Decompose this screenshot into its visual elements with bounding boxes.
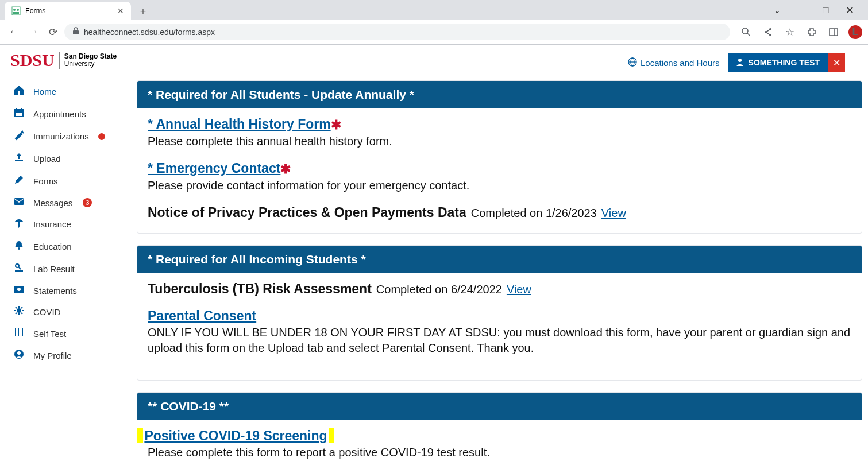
badge-count: 3 bbox=[83, 198, 92, 207]
view-link[interactable]: View bbox=[601, 207, 626, 220]
profile-icon bbox=[13, 349, 25, 362]
svg-rect-10 bbox=[830, 29, 838, 36]
svg-rect-22 bbox=[15, 270, 23, 272]
locations-hours-link[interactable]: Locations and Hours bbox=[628, 57, 720, 68]
svg-rect-16 bbox=[16, 113, 22, 116]
svg-point-1 bbox=[13, 9, 16, 11]
maximize-icon[interactable]: ☐ bbox=[819, 6, 832, 15]
sidebar-item-label: Education bbox=[33, 242, 72, 251]
required-star-icon: ✱ bbox=[280, 162, 291, 176]
microscope-icon bbox=[13, 262, 25, 276]
window-controls: ⌄ — ☐ ✕ bbox=[770, 0, 868, 20]
site-logo[interactable]: SDSU San Diego StateUniversity bbox=[10, 49, 132, 76]
extensions-icon[interactable] bbox=[805, 25, 819, 39]
svg-point-9 bbox=[769, 34, 771, 36]
sidebar-item-insurance[interactable]: Insurance bbox=[10, 213, 132, 235]
chevron-down-icon[interactable]: ⌄ bbox=[770, 6, 784, 15]
sidebar-item-home[interactable]: Home bbox=[10, 80, 132, 103]
sidebar-item-my-profile[interactable]: My Profile bbox=[10, 344, 132, 367]
close-window-icon[interactable]: ✕ bbox=[843, 4, 857, 17]
user-menu-label: SOMETHING TEST bbox=[749, 58, 820, 67]
parental-consent-link[interactable]: Parental Consent bbox=[148, 308, 256, 323]
svg-rect-41 bbox=[24, 328, 24, 336]
svg-rect-14 bbox=[16, 108, 17, 110]
sidebar-item-label: My Profile bbox=[33, 351, 72, 360]
svg-rect-39 bbox=[21, 328, 21, 336]
logout-button[interactable]: ✕ bbox=[828, 53, 845, 72]
sidebar-item-label: Upload bbox=[33, 154, 61, 164]
locations-hours-label: Locations and Hours bbox=[641, 58, 720, 68]
share-icon[interactable] bbox=[761, 25, 775, 39]
svg-point-43 bbox=[17, 351, 21, 355]
form-description: ONLY IF YOU WILL BE UNDER 18 ON YOUR FIR… bbox=[148, 325, 851, 356]
tab-close-icon[interactable]: ✕ bbox=[117, 6, 124, 15]
sidebar-item-label: Statements bbox=[33, 286, 77, 296]
sidebar-item-lab-result[interactable]: Lab Result bbox=[10, 258, 132, 280]
annual-health-history-link[interactable]: * Annual Health History Form bbox=[148, 117, 331, 131]
svg-point-2 bbox=[17, 9, 19, 11]
required-star-icon: ✱ bbox=[331, 118, 341, 132]
sidebar-item-messages[interactable]: Messages 3 bbox=[10, 192, 132, 213]
alert-dot-icon bbox=[98, 133, 105, 140]
virus-icon bbox=[13, 305, 25, 319]
star-icon[interactable]: ☆ bbox=[783, 25, 797, 39]
envelope-icon bbox=[13, 197, 25, 208]
form-description: Please complete this annual health histo… bbox=[148, 134, 851, 149]
svg-rect-35 bbox=[15, 328, 16, 336]
pencil-icon bbox=[13, 175, 25, 188]
reload-button[interactable]: ⟳ bbox=[45, 24, 61, 40]
home-icon bbox=[13, 85, 25, 98]
svg-point-7 bbox=[765, 31, 767, 33]
panel-required-all-students: * Required for All Students - Update Ann… bbox=[137, 80, 862, 234]
emergency-contact-link[interactable]: * Emergency Contact bbox=[148, 161, 280, 176]
money-icon bbox=[13, 285, 25, 296]
svg-line-33 bbox=[16, 313, 17, 314]
sidebar-item-immunizations[interactable]: Immunizations bbox=[10, 125, 132, 148]
svg-point-24 bbox=[17, 288, 21, 291]
privacy-notice-title: Notice of Privacy Practices & Open Payme… bbox=[148, 205, 466, 220]
completed-date: Completed on 6/24/2022 bbox=[376, 283, 502, 296]
sidebar-item-label: Home bbox=[33, 87, 56, 96]
forward-button[interactable]: → bbox=[25, 24, 41, 40]
sidebar-item-upload[interactable]: Upload bbox=[10, 148, 132, 170]
bell-icon bbox=[13, 240, 25, 253]
form-description: Please provide contact information for y… bbox=[148, 178, 851, 193]
svg-rect-36 bbox=[17, 328, 17, 336]
svg-rect-15 bbox=[21, 108, 22, 110]
barcode-icon bbox=[13, 328, 25, 340]
positive-covid-screening-link[interactable]: Positive COVID-19 Screening bbox=[143, 428, 328, 443]
main-content: Locations and Hours SOMETHING TEST ✕ * R… bbox=[137, 45, 868, 473]
view-link[interactable]: View bbox=[507, 283, 531, 296]
svg-rect-37 bbox=[18, 328, 19, 336]
sidebar-item-label: Immunizations bbox=[33, 131, 89, 141]
sidebar-item-statements[interactable]: Statements bbox=[10, 280, 132, 301]
browser-tab[interactable]: Forms ✕ bbox=[5, 2, 131, 20]
svg-rect-18 bbox=[14, 198, 24, 205]
panel-heading: ** COVID-19 ** bbox=[137, 393, 862, 420]
completed-date: Completed on 1/26/2023 bbox=[471, 207, 597, 220]
sidebar-item-label: Self Test bbox=[33, 329, 66, 339]
user-icon bbox=[736, 58, 744, 68]
svg-point-20 bbox=[18, 247, 20, 250]
minimize-icon[interactable]: — bbox=[794, 6, 808, 15]
svg-rect-4 bbox=[73, 30, 79, 34]
sidebar-item-covid[interactable]: COVID bbox=[10, 301, 132, 323]
side-panel-icon[interactable] bbox=[827, 25, 840, 39]
sidebar-item-label: COVID bbox=[33, 307, 61, 317]
sidebar-item-appointments[interactable]: Appointments bbox=[10, 103, 132, 125]
tab-title: Forms bbox=[25, 7, 45, 15]
zoom-icon[interactable] bbox=[739, 25, 753, 39]
svg-rect-34 bbox=[14, 328, 14, 336]
svg-line-6 bbox=[747, 33, 750, 36]
profile-avatar[interactable]: L bbox=[848, 25, 862, 39]
sidebar-item-forms[interactable]: Forms bbox=[10, 170, 132, 192]
address-bar[interactable]: healtheconnect.sdsu.edu/forms.aspx bbox=[64, 24, 730, 40]
new-tab-button[interactable]: + bbox=[134, 3, 152, 20]
sidebar-item-self-test[interactable]: Self Test bbox=[10, 323, 132, 344]
back-button[interactable]: ← bbox=[6, 24, 22, 40]
logo-text: SDSU bbox=[10, 51, 55, 70]
user-menu-button[interactable]: SOMETHING TEST bbox=[728, 53, 828, 72]
svg-line-32 bbox=[21, 307, 22, 308]
sidebar: SDSU San Diego StateUniversity Home Appo… bbox=[0, 45, 137, 473]
sidebar-item-education[interactable]: Education bbox=[10, 235, 132, 258]
